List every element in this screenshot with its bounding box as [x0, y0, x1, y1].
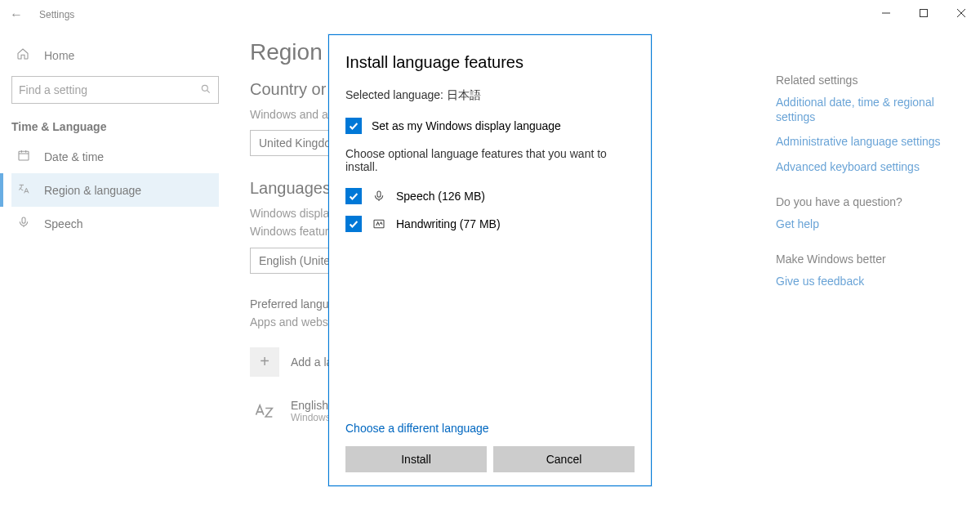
selected-language-row: Selected language: 日本語 — [345, 88, 635, 103]
install-button[interactable]: Install — [345, 446, 487, 472]
window-title: Settings — [39, 9, 74, 20]
svg-rect-2 — [22, 217, 25, 223]
checkbox-checked-icon[interactable] — [345, 118, 362, 134]
feedback-link[interactable]: Give us feedback — [776, 274, 947, 288]
sidebar-item-speech[interactable]: Speech — [11, 207, 219, 240]
feature-handwriting-label: Handwriting (77 MB) — [396, 217, 501, 230]
checkbox-checked-icon[interactable] — [345, 216, 362, 232]
back-button[interactable]: ← — [0, 7, 33, 22]
choose-hint: Choose optional language features that y… — [345, 147, 635, 173]
window-minimize[interactable] — [867, 0, 905, 26]
svg-rect-3 — [920, 10, 928, 17]
microphone-icon — [16, 216, 31, 231]
plus-icon: + — [250, 347, 279, 377]
feature-speech-row[interactable]: Speech (126 MB) — [345, 188, 635, 204]
globe-az-icon — [16, 182, 31, 198]
feature-handwriting-row[interactable]: Handwriting (77 MB) — [345, 216, 635, 232]
calendar-icon — [16, 149, 31, 164]
sidebar-item-label: Region & language — [44, 184, 141, 197]
search-input[interactable]: Find a setting — [11, 76, 219, 104]
get-help-link[interactable]: Get help — [776, 217, 947, 231]
home-label: Home — [44, 49, 74, 62]
dialog-title: Install language features — [345, 53, 635, 72]
related-title: Related settings — [776, 74, 947, 87]
set-display-language-row[interactable]: Set as my Windows display language — [345, 118, 635, 134]
sidebar-item-label: Date & time — [44, 150, 104, 163]
window-maximize[interactable] — [905, 0, 942, 26]
home-nav[interactable]: Home — [11, 39, 219, 71]
sidebar-item-region-language[interactable]: Region & language — [11, 173, 219, 207]
set-display-label: Set as my Windows display language — [372, 119, 561, 132]
svg-rect-1 — [19, 151, 29, 160]
microphone-icon — [372, 190, 386, 203]
feature-speech-label: Speech (126 MB) — [396, 190, 485, 203]
cancel-button[interactable]: Cancel — [493, 446, 635, 472]
related-link-admin[interactable]: Administrative language settings — [776, 134, 947, 149]
sidebar-item-date-time[interactable]: Date & time — [11, 140, 219, 173]
related-link-keyboard[interactable]: Advanced keyboard settings — [776, 159, 947, 174]
related-link-regional[interactable]: Additional date, time & regional setting… — [776, 95, 947, 124]
sidebar-section-title: Time & Language — [11, 120, 219, 133]
question-title: Do you have a question? — [776, 195, 947, 208]
selected-language-value: 日本語 — [447, 88, 481, 101]
install-language-dialog: Install language features Selected langu… — [328, 34, 652, 486]
svg-rect-4 — [377, 191, 381, 197]
window-close[interactable] — [942, 0, 980, 26]
checkbox-checked-icon[interactable] — [345, 188, 362, 204]
sidebar-item-label: Speech — [44, 217, 82, 230]
home-icon — [16, 47, 31, 63]
search-placeholder: Find a setting — [19, 83, 87, 96]
language-az-icon — [250, 396, 279, 426]
svg-point-0 — [202, 85, 207, 91]
handwriting-icon — [372, 217, 386, 230]
choose-different-language-link[interactable]: Choose a different language — [345, 422, 635, 435]
better-title: Make Windows better — [776, 253, 947, 266]
search-icon — [200, 83, 212, 97]
